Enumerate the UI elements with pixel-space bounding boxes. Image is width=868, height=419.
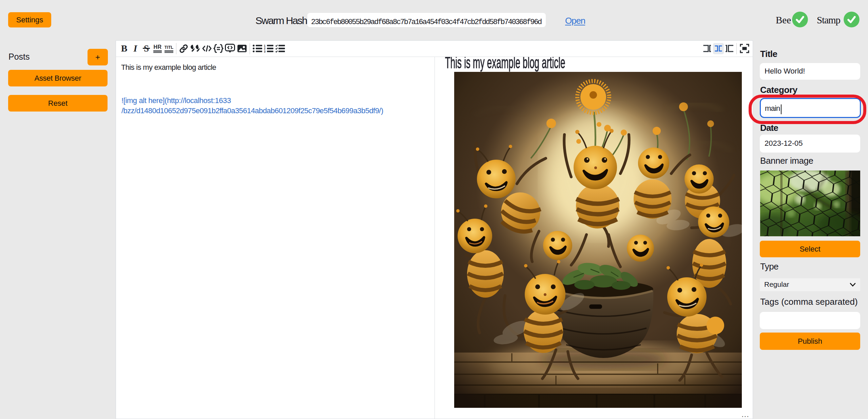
svg-text:3: 3 — [264, 50, 266, 53]
